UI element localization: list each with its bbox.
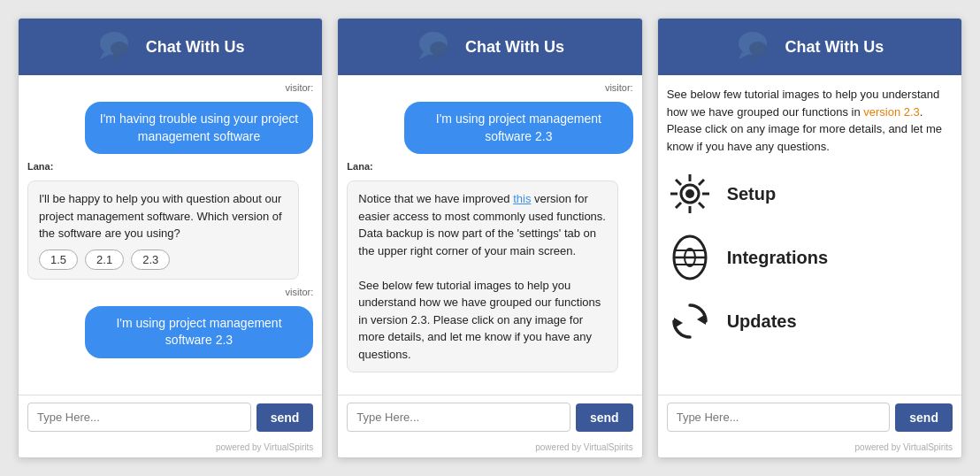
bot-bubble-2: Notice that we have improved this versio… bbox=[347, 180, 618, 372]
bot-label-2: Lana: bbox=[347, 161, 632, 172]
svg-point-21 bbox=[685, 189, 694, 198]
chat-input-area-3: send bbox=[658, 395, 961, 439]
version-btn-23[interactable]: 2.3 bbox=[131, 250, 170, 270]
chat-body-3: See below few tutorial images to help yo… bbox=[658, 75, 961, 395]
bot-text-1: I'll be happy to help you with question … bbox=[39, 192, 282, 240]
send-button-3[interactable]: send bbox=[895, 403, 953, 432]
svg-point-6 bbox=[430, 42, 448, 56]
visitor-label-1b: visitor: bbox=[27, 287, 313, 297]
tutorial-item-setup[interactable]: Setup bbox=[667, 165, 953, 222]
chat-input-area-1: send bbox=[19, 395, 322, 439]
visitor-bubble-1a: I'm having trouble using your project ma… bbox=[85, 102, 314, 154]
chat-bubble-icon-3 bbox=[735, 27, 774, 66]
svg-line-17 bbox=[676, 180, 681, 185]
chat-body-1: visitor: I'm having trouble using your p… bbox=[19, 75, 322, 395]
svg-point-2 bbox=[111, 42, 128, 56]
tutorial-item-integrations[interactable]: Integrations bbox=[667, 229, 953, 286]
chat-input-3[interactable] bbox=[667, 403, 891, 432]
powered-by-2: powered by VirtualSpirits bbox=[338, 439, 641, 457]
bot-bubble-1: I'll be happy to help you with question … bbox=[27, 180, 299, 280]
chat-title-2: Chat With Us bbox=[465, 38, 564, 57]
chat-bubble-icon-1 bbox=[96, 27, 135, 66]
visitor-label-2: visitor: bbox=[347, 82, 632, 93]
chat-header-1: Chat With Us bbox=[19, 19, 322, 75]
version-buttons: 1.5 2.1 2.3 bbox=[39, 250, 287, 270]
svg-line-18 bbox=[699, 203, 704, 208]
visitor-bubble-2: I'm using project management software 2.… bbox=[404, 102, 633, 154]
updates-label: Updates bbox=[727, 311, 797, 332]
highlight-version: version 2.3 bbox=[863, 105, 920, 119]
chat-body-2: visitor: I'm using project management so… bbox=[338, 75, 641, 395]
bot-label-1: Lana: bbox=[27, 161, 313, 172]
chat-header-3: Chat With Us bbox=[658, 19, 961, 75]
chat-title-3: Chat With Us bbox=[785, 38, 884, 57]
chat-title-1: Chat With Us bbox=[146, 38, 245, 57]
chat-header-2: Chat With Us bbox=[338, 19, 641, 75]
svg-point-10 bbox=[749, 42, 767, 56]
visitor-bubble-1b: I'm using project management software 2.… bbox=[85, 306, 314, 358]
svg-marker-27 bbox=[697, 314, 706, 325]
chat-input-2[interactable] bbox=[347, 403, 570, 432]
version-btn-15[interactable]: 1.5 bbox=[39, 250, 78, 270]
setup-icon bbox=[667, 171, 713, 217]
updates-icon bbox=[667, 298, 713, 344]
powered-by-1: powered by VirtualSpirits bbox=[19, 439, 322, 457]
intro-text-3: See below few tutorial images to help yo… bbox=[667, 82, 953, 158]
svg-line-19 bbox=[699, 180, 704, 185]
visitor-label-1a: visitor: bbox=[27, 82, 313, 93]
svg-marker-28 bbox=[674, 318, 683, 328]
chat-bubble-icon-2 bbox=[416, 27, 455, 66]
send-button-1[interactable]: send bbox=[256, 403, 314, 432]
svg-line-20 bbox=[676, 203, 681, 208]
chat-widget-2: Chat With Us visitor: I'm using project … bbox=[337, 18, 642, 458]
version-btn-21[interactable]: 2.1 bbox=[85, 250, 124, 270]
chat-widget-3: Chat With Us See below few tutorial imag… bbox=[657, 18, 962, 458]
tutorial-item-updates[interactable]: Updates bbox=[667, 293, 953, 349]
integrations-label: Integrations bbox=[727, 248, 828, 268]
chat-widget-1: Chat With Us visitor: I'm having trouble… bbox=[18, 18, 323, 458]
chat-input-1[interactable] bbox=[27, 403, 251, 432]
powered-by-3: powered by VirtualSpirits bbox=[658, 439, 961, 457]
send-button-2[interactable]: send bbox=[576, 403, 633, 432]
chat-input-area-2: send bbox=[338, 395, 641, 439]
setup-label: Setup bbox=[727, 184, 777, 204]
integrations-icon bbox=[667, 234, 713, 280]
